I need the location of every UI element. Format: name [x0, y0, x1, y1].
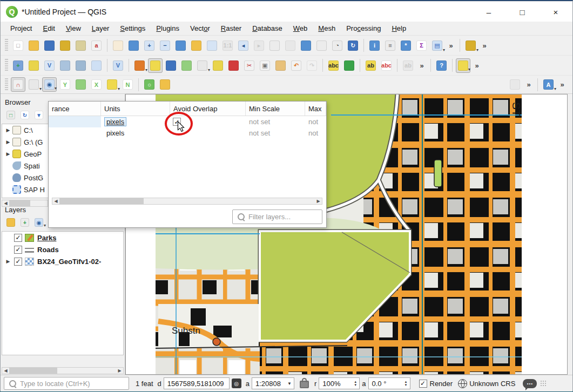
zoom-in-icon[interactable]: +	[142, 38, 157, 53]
layer-visibility-checkbox[interactable]: ✓	[14, 246, 22, 254]
max-scale-cell[interactable]: not	[305, 116, 326, 127]
zoom-last-icon[interactable]: ◂	[236, 38, 251, 53]
menu-item-edit[interactable]: Edit	[37, 23, 60, 34]
self-snapping-icon[interactable]	[73, 77, 88, 92]
magnifier-spinbox[interactable]: 100% ▲▼	[319, 377, 360, 389]
new-temporary-layer-icon[interactable]: V	[111, 58, 125, 73]
toolbar1-overflow-icon[interactable]: »	[446, 38, 456, 53]
menu-item-plugins[interactable]: Plugins	[151, 23, 185, 34]
refresh-map-icon[interactable]: ↻	[346, 38, 360, 53]
new-mesh-layer-icon[interactable]	[89, 58, 104, 73]
crs-globe-icon[interactable]	[458, 379, 467, 388]
units-cell[interactable]: pixels	[101, 116, 170, 127]
select-features-icon-dropdown[interactable]: ▾	[468, 67, 470, 72]
vertex-tool-icon-dropdown[interactable]: ▾	[208, 68, 210, 72]
new-map-view-icon[interactable]	[267, 38, 282, 53]
layer-labeling-icon[interactable]: abc	[326, 58, 341, 73]
pan-map-icon[interactable]	[111, 38, 125, 53]
menu-item-raster[interactable]: Raster	[215, 23, 247, 34]
menu-item-vector[interactable]: Vector	[185, 23, 215, 34]
cut-features-icon[interactable]: ✂	[242, 58, 257, 73]
units-cell[interactable]: pixels	[101, 127, 170, 139]
zoom-out-icon[interactable]: −	[158, 38, 172, 53]
new-spatialite-layer-icon[interactable]	[58, 58, 72, 73]
filter-layers-input[interactable]: Filter layers...	[232, 209, 322, 224]
scroll-left-icon[interactable]: ◀	[52, 198, 59, 204]
extents-toggle-icon[interactable]: ◎	[232, 379, 241, 388]
zoom-to-selection-icon[interactable]	[189, 38, 204, 53]
toolbar-handle[interactable]	[5, 39, 8, 52]
resize-grip[interactable]	[540, 380, 547, 387]
add-polygon-feature-icon[interactable]	[179, 58, 194, 73]
undo-icon[interactable]: ↶	[289, 58, 304, 73]
menu-item-database[interactable]: Database	[247, 23, 288, 34]
annotations-toolbar-icon-dropdown[interactable]: ▾	[476, 48, 478, 52]
quickmap-services-icon[interactable]	[158, 77, 172, 92]
pan-to-selection-icon[interactable]	[126, 38, 141, 53]
search-plugin-icon[interactable]: ○	[142, 77, 157, 92]
selection-overflow-icon[interactable]: »	[471, 58, 482, 73]
layers-hscrollbar[interactable]: ◀ ▶	[2, 367, 124, 374]
topological-editing-icon[interactable]: X	[89, 77, 104, 92]
add-group-icon[interactable]: +	[18, 217, 31, 228]
plugins-overflow-icon[interactable]: »	[523, 77, 534, 92]
snapping-edit-icon-dropdown[interactable]: ▾	[39, 87, 42, 91]
tolerance-cell[interactable]	[49, 116, 101, 127]
style-manager-icon[interactable]: a	[89, 38, 104, 53]
avoid-overlap-tool-icon-dropdown[interactable]: ▾	[118, 87, 120, 91]
attribute-table-icon[interactable]: ▤▾	[430, 38, 444, 53]
popup-column-max[interactable]: Max	[305, 102, 326, 116]
label-overflow-icon[interactable]: »	[557, 77, 568, 92]
expander-icon[interactable]: ▶	[4, 139, 12, 145]
processing-toolbox-icon[interactable]: *	[399, 38, 413, 53]
scale-combobox[interactable]: 1:20808▼	[252, 377, 294, 389]
snapping-visibility-icon-dropdown[interactable]: ▾	[55, 86, 57, 91]
layout-manager-icon[interactable]	[58, 38, 72, 53]
zoom-to-layer-icon[interactable]	[205, 38, 219, 53]
coordinate-input[interactable]: 1567589,5181009	[164, 377, 230, 389]
scroll-right-icon[interactable]: ▶	[315, 198, 322, 204]
annotations-toolbar-icon[interactable]: ▾	[463, 38, 478, 53]
save-project-icon[interactable]	[42, 38, 57, 53]
show-bookmarks-icon[interactable]	[314, 38, 329, 53]
layer-item-bx24-geotifv1-02-[interactable]: ▶✓BX24_GeoTifv1-02-	[2, 255, 123, 267]
save-layer-edits-icon[interactable]	[164, 58, 178, 73]
toggle-editing-icon[interactable]	[148, 58, 163, 73]
annotations-overflow-icon[interactable]: »	[479, 38, 490, 53]
new-spatial-bookmark-icon[interactable]	[299, 38, 313, 53]
min-scale-cell[interactable]: not set	[246, 116, 305, 127]
menu-item-help[interactable]: Help	[386, 23, 412, 34]
toolbar-handle[interactable]	[5, 59, 8, 72]
close-button[interactable]: ×	[539, 2, 572, 22]
spinner-arrows-icon[interactable]: ▲▼	[405, 380, 408, 387]
temporal-controller-icon[interactable]: ◔	[330, 38, 345, 53]
new-virtual-layer-icon[interactable]	[73, 58, 88, 73]
min-scale-cell[interactable]: not set	[246, 127, 305, 139]
menu-item-project[interactable]: Project	[5, 23, 37, 34]
browser-refresh-icon[interactable]: ↻	[18, 109, 31, 121]
menu-item-web[interactable]: Web	[288, 23, 313, 34]
data-source-manager-icon[interactable]: +	[11, 58, 25, 73]
expander-icon[interactable]: ▶	[4, 151, 12, 157]
minimize-button[interactable]: –	[472, 2, 505, 22]
menu-item-processing[interactable]: Processing	[341, 23, 386, 34]
expander-icon[interactable]: ▶	[4, 259, 12, 264]
toolbar-handle[interactable]	[5, 78, 8, 91]
current-edits-icon[interactable]: ▾	[132, 58, 147, 73]
new-shapefile-layer-icon[interactable]: V	[42, 58, 57, 73]
spinner-arrows-icon[interactable]: ▲▼	[354, 380, 357, 387]
scroll-left-icon[interactable]: ◀	[2, 368, 9, 374]
expander-icon[interactable]: ▶	[4, 127, 12, 133]
crs-status[interactable]: Unknown CRS	[469, 380, 515, 388]
label-toolbar-overflow-icon[interactable]: »	[416, 58, 427, 73]
menu-item-mesh[interactable]: Mesh	[313, 23, 341, 34]
scroll-right-icon[interactable]: ▶	[116, 368, 123, 374]
lock-scale-icon[interactable]	[300, 381, 309, 388]
menu-item-settings[interactable]: Settings	[114, 23, 151, 34]
maximize-button[interactable]: □	[505, 2, 539, 22]
menu-item-layer[interactable]: Layer	[86, 23, 115, 34]
render-checkbox[interactable]: ✓ Render	[417, 380, 453, 388]
max-scale-cell[interactable]: not	[305, 127, 326, 139]
vertex-tool-icon[interactable]: ▾	[195, 58, 210, 73]
tolerance-cell[interactable]	[49, 127, 101, 139]
